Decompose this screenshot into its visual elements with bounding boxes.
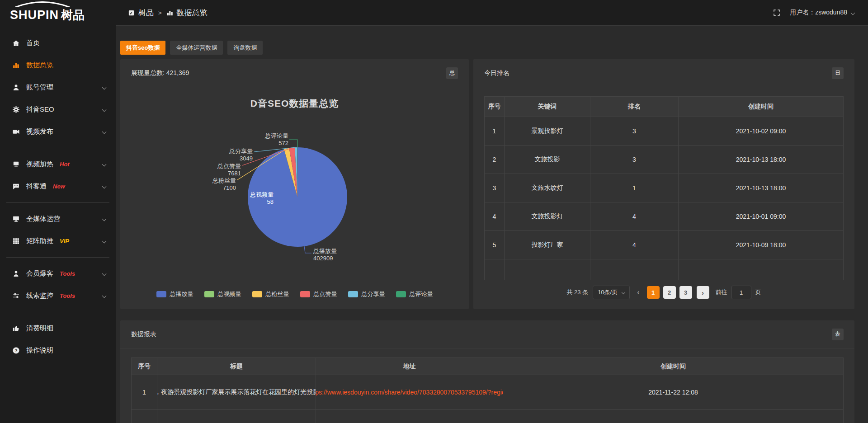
ranking-panel-title: 今日排名	[484, 69, 509, 77]
total-count: 共 23 条	[566, 288, 588, 296]
sidebar-item[interactable]: ? 操作说明	[0, 339, 116, 362]
table-row[interactable]: 1 景观投影灯 3 2021-10-02 09:00	[485, 117, 844, 146]
column-header: 标题	[157, 358, 316, 375]
user-icon	[12, 84, 20, 92]
prev-page-button[interactable]: ‹	[634, 288, 642, 296]
legend-swatch	[204, 291, 214, 297]
legend-swatch	[156, 291, 166, 297]
goto-page-input[interactable]: 1	[731, 286, 751, 299]
sidebar-item-badge: Tools	[60, 292, 75, 299]
cell-no: 3	[485, 174, 505, 202]
pie-leader-line	[289, 140, 297, 147]
legend-item[interactable]: 总播放量	[156, 290, 193, 298]
legend-swatch	[252, 291, 262, 297]
tab[interactable]: 抖音seo数据	[120, 41, 165, 55]
cell-rank: 1	[590, 174, 679, 202]
publish-icon	[12, 128, 20, 136]
sidebar-item[interactable]	[6, 257, 109, 258]
breadcrumb-home[interactable]: 树品	[128, 8, 154, 18]
sidebar-item[interactable]: 矩阵助推 VIP	[0, 230, 116, 252]
cell-keyword: 文旅投影	[505, 146, 590, 174]
column-header: 关键词	[505, 97, 590, 117]
cell-rank: 3	[590, 117, 679, 146]
next-page-button[interactable]: ›	[697, 286, 709, 299]
legend-item[interactable]: 总点赞量	[300, 290, 337, 298]
heat-icon	[12, 160, 20, 169]
pie-chart-svg[interactable]	[120, 87, 469, 309]
sidebar-item-badge: VIP	[60, 238, 69, 244]
table-row[interactable]: 2 文旅投影 3 2021-10-13 18:00	[485, 146, 844, 174]
table-row[interactable]: 4 文旅投影灯 4 2021-10-01 09:00	[485, 202, 844, 231]
logo: SHUPIN树品	[0, 0, 116, 26]
legend-swatch	[396, 291, 406, 297]
logo-arc	[14, 1, 71, 7]
gear-icon	[12, 106, 20, 114]
sidebar-item[interactable]: 首页	[0, 32, 116, 54]
breadcrumb-current[interactable]: 数据总览	[166, 8, 208, 18]
legend-item[interactable]: 总分享量	[348, 290, 385, 298]
cell-keyword: 投影灯厂家	[505, 231, 590, 259]
ranking-panel: 今日排名 日 序号关键词排名创建时间 1 景观投影灯 3	[473, 59, 854, 309]
sidebar-item[interactable]: 数据总览	[0, 54, 116, 76]
sidebar-item[interactable]	[6, 312, 109, 312]
sidebar-item[interactable]: 线索监控 Tools	[0, 285, 116, 307]
sidebar-item[interactable]: 消费明细	[0, 317, 116, 339]
cell-no: 4	[485, 202, 505, 231]
fullscreen-icon[interactable]	[773, 9, 781, 17]
cell-url-link[interactable]: https://www.iesdouyin.com/share/video/70…	[316, 375, 503, 410]
legend-item[interactable]: 总评论量	[396, 290, 433, 298]
sidebar-item[interactable]: 视频加热 Hot	[0, 153, 116, 175]
help-icon: ?	[12, 347, 20, 355]
sidebar-item[interactable]: 视频发布	[0, 121, 116, 143]
pie-label-likes: 总点赞量7681	[217, 163, 241, 177]
sidebar-item[interactable]: 会员爆客 Tools	[0, 263, 116, 285]
sidebar-nav: 首页 数据总览 账号管理 抖音SEO	[0, 26, 116, 362]
page-button[interactable]: 2	[663, 286, 676, 299]
cell-time: 2021-10-02 09:00	[679, 117, 844, 146]
table-row[interactable]: 1 景观投影灯，夜游景观投影灯厂家展示展示落花灯在花园里的灯光投影应用效果 # …	[132, 375, 844, 410]
sidebar-item-label: 矩阵助推	[26, 237, 53, 245]
chart-panel: 展现量总数: 421,369 总 D音SEO数据量总览 总评论量572 总分享量…	[120, 59, 469, 309]
sidebar-item[interactable]: 抖客通 New	[0, 175, 116, 197]
sidebar-item[interactable]	[6, 148, 109, 148]
table-row[interactable]: 3 文旅水纹灯 1 2021-10-13 18:00	[485, 174, 844, 202]
sidebar-item[interactable]: 抖音SEO	[0, 99, 116, 121]
page-button[interactable]: 1	[647, 286, 660, 299]
sidebar-item-label: 视频发布	[26, 127, 53, 136]
sidebar-item[interactable]: 全媒体运营	[0, 208, 116, 230]
sidebar-item[interactable]	[6, 202, 109, 203]
page-size-select[interactable]: 10条/页	[593, 286, 630, 299]
cell-rank: 4	[590, 231, 679, 259]
chevron-down-icon	[102, 294, 107, 298]
report-panel-header: 数据报表 表	[120, 320, 854, 348]
page-button[interactable]: 3	[679, 286, 692, 299]
user-menu[interactable]: 用户名：zswodun88	[790, 9, 854, 17]
sidebar-item-label: 账号管理	[26, 83, 53, 92]
breadcrumb-separator: >	[158, 9, 162, 16]
tab[interactable]: 全媒体运营数据	[170, 41, 223, 55]
chart-legend: 总播放量 总视频量 总粉丝量	[120, 290, 469, 298]
sidebar-item-label: 抖音SEO	[26, 105, 54, 114]
total-toggle-button[interactable]: 总	[446, 67, 458, 79]
column-header: 创建时间	[503, 358, 844, 375]
cell-rank: 4	[590, 202, 679, 231]
chart-panel-title: 展现量总数: 421,369	[131, 69, 189, 77]
table-toggle-button[interactable]: 表	[832, 329, 844, 340]
legend-item[interactable]: 总视频量	[204, 290, 241, 298]
day-toggle-button[interactable]: 日	[832, 67, 844, 79]
chevron-down-icon	[102, 217, 107, 221]
report-table-header: 序号标题地址创建时间	[132, 358, 844, 375]
column-header: 排名	[590, 97, 679, 117]
legend-item[interactable]: 总粉丝量	[252, 290, 289, 298]
chevron-down-icon	[102, 108, 107, 112]
table-row[interactable]: 5 投影灯厂家 4 2021-10-09 18:00	[485, 231, 844, 259]
cell-time: 2021-10-13 18:00	[679, 146, 844, 174]
legend-swatch	[348, 291, 358, 297]
cell-no: 1	[485, 117, 505, 146]
tab[interactable]: 询盘数据	[227, 41, 263, 55]
sidebar-item[interactable]: 账号管理	[0, 76, 116, 99]
report-table: 序号标题地址创建时间 1 景观投影灯，夜游景观投影灯厂家展示展示落花灯在花园里的…	[131, 357, 844, 423]
goto-label: 前往	[716, 288, 727, 296]
chat-icon	[12, 183, 20, 191]
monitor-icon	[12, 215, 20, 223]
